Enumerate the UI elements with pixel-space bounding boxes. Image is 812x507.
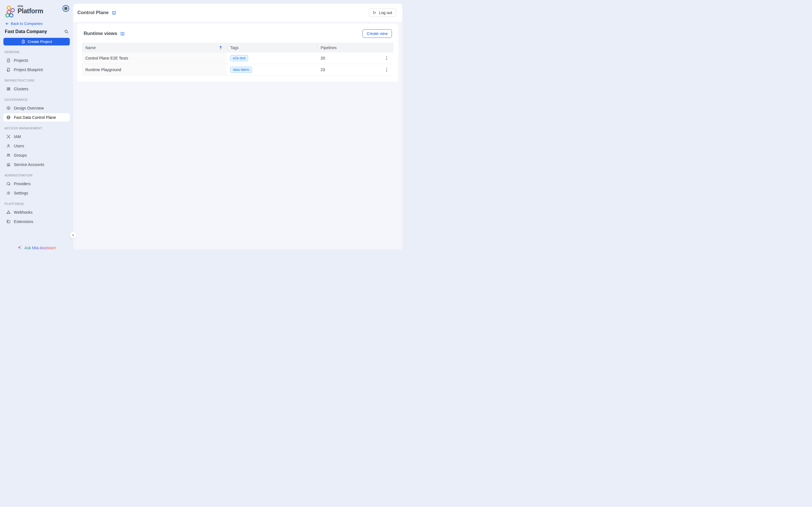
sidebar-item-label: Design Overview bbox=[14, 106, 44, 110]
docs-book-icon[interactable] bbox=[112, 10, 116, 15]
logout-label: Log out bbox=[379, 10, 392, 15]
sidebar-item-label: Groups bbox=[14, 153, 27, 158]
sparkles-icon bbox=[17, 245, 22, 250]
table-header-row: Name Tags Pipelines bbox=[82, 43, 394, 53]
sidebar-item-iam[interactable]: IAM bbox=[3, 132, 70, 141]
create-project-button[interactable]: Create Project bbox=[3, 38, 70, 46]
sidebar-collapse-button[interactable] bbox=[70, 232, 77, 238]
column-header-name[interactable]: Name bbox=[82, 43, 227, 53]
brand-platform-text: Platform bbox=[17, 8, 43, 14]
tag-badge: e2e-test bbox=[230, 55, 248, 61]
sidebar-item-label: Users bbox=[14, 144, 24, 148]
ask-mia-assistant-label: Ask Mia-Assistant bbox=[24, 245, 56, 250]
nav-section-governance: GOVERNANCE bbox=[4, 98, 70, 101]
sidebar-item-webhooks[interactable]: Webhooks bbox=[3, 208, 70, 217]
tag-badge: data-fabric bbox=[230, 67, 252, 73]
view-name-cell: Runtime Playground bbox=[82, 64, 227, 75]
sidebar-item-service-accounts[interactable]: Service Accounts bbox=[3, 160, 70, 169]
row-actions-kebab-icon[interactable] bbox=[385, 67, 388, 73]
sidebar-item-label: Fast Data Control Plane bbox=[14, 115, 56, 120]
sidebar-item-users[interactable]: Users bbox=[3, 142, 70, 150]
actions-cell bbox=[379, 64, 394, 75]
sidebar-item-design-overview[interactable]: Design Overview bbox=[3, 104, 70, 112]
file-gear-icon bbox=[6, 67, 11, 72]
company-header: Fast Data Company bbox=[5, 29, 70, 34]
sidebar-item-projects[interactable]: Projects bbox=[3, 56, 70, 65]
extensions-icon bbox=[6, 219, 11, 224]
back-to-companies-link[interactable]: Back to Companies bbox=[5, 21, 43, 26]
page-header: Control Plane Log out bbox=[73, 4, 402, 22]
column-header-actions bbox=[379, 43, 394, 53]
back-to-companies-label: Back to Companies bbox=[11, 21, 43, 26]
tags-cell: data-fabric bbox=[227, 64, 317, 75]
brand-logo: mia Platform bbox=[3, 4, 70, 17]
pipelines-cell: 20 bbox=[317, 53, 380, 64]
nav-section-infrastructure: INFRASTRUCTURE bbox=[4, 79, 70, 82]
table-row: Runtime Playground data-fabric 23 bbox=[82, 64, 394, 76]
column-header-tags: Tags bbox=[227, 43, 317, 53]
search-icon[interactable] bbox=[64, 30, 70, 34]
sidebar-item-fast-data-control-plane[interactable]: Fast Data Control Plane bbox=[3, 113, 70, 122]
sidebar-item-label: Providers bbox=[14, 181, 31, 186]
sidebar-item-label: Service Accounts bbox=[14, 162, 44, 167]
sidebar-item-groups[interactable]: Groups bbox=[3, 151, 70, 160]
row-actions-kebab-icon[interactable] bbox=[385, 55, 388, 61]
app-window: mia Platform bbox=[0, 0, 406, 253]
tags-cell: e2e-test bbox=[227, 53, 317, 64]
sidebar-item-label: Clusters bbox=[14, 87, 28, 91]
sidebar-item-label: Projects bbox=[14, 58, 28, 63]
mia-platform-logo-icon bbox=[5, 5, 15, 18]
sidebar-item-label: Settings bbox=[14, 191, 28, 195]
nav-section-access-management: ACCESS MANAGEMENT bbox=[4, 126, 70, 130]
gear-icon bbox=[6, 191, 11, 195]
webhook-icon bbox=[6, 210, 11, 215]
sidebar-nav: GENERAL Projects bbox=[3, 50, 70, 226]
actions-cell bbox=[379, 53, 394, 64]
sidebar-item-label: Project Blueprint bbox=[14, 67, 43, 72]
create-view-button[interactable]: Create view bbox=[362, 30, 392, 38]
sidebar: mia Platform bbox=[0, 0, 73, 253]
nav-section-administration: ADMINISTRATION bbox=[4, 174, 70, 177]
view-name-cell: Control Plane E2E Tests bbox=[82, 53, 227, 64]
sidebar-item-settings[interactable]: Settings bbox=[3, 189, 70, 197]
column-header-pipelines: Pipelines bbox=[317, 43, 380, 53]
sidebar-item-project-blueprint[interactable]: Project Blueprint bbox=[3, 65, 70, 74]
globe-icon bbox=[6, 115, 11, 120]
pipelines-cell: 23 bbox=[317, 64, 380, 75]
cloud-gear-icon bbox=[6, 181, 11, 186]
logout-button[interactable]: Log out bbox=[369, 8, 396, 17]
file-code-icon bbox=[6, 58, 11, 63]
ask-mia-assistant-link[interactable]: Ask Mia-Assistant bbox=[0, 245, 73, 250]
brand-wordmark: mia Platform bbox=[17, 4, 43, 14]
arrow-left-icon bbox=[5, 22, 9, 26]
runtime-views-table: Name Tags Pipelines Contr bbox=[82, 43, 394, 76]
clusters-icon bbox=[6, 87, 11, 91]
sidebar-item-label: IAM bbox=[14, 134, 21, 139]
company-avatar[interactable] bbox=[62, 5, 69, 12]
sidebar-item-extensions[interactable]: Extensions bbox=[3, 217, 70, 226]
iam-icon bbox=[6, 134, 11, 139]
docs-book-icon[interactable] bbox=[120, 31, 125, 36]
logout-icon bbox=[373, 11, 376, 15]
design-overview-icon bbox=[6, 106, 11, 110]
file-plus-icon bbox=[21, 40, 26, 44]
sort-descending-icon bbox=[219, 48, 222, 50]
sidebar-item-providers[interactable]: Providers bbox=[3, 179, 70, 188]
sidebar-item-label: Extensions bbox=[14, 219, 33, 224]
company-name: Fast Data Company bbox=[5, 29, 47, 34]
sort-ascending-icon bbox=[219, 46, 222, 47]
page-title: Control Plane bbox=[78, 10, 109, 15]
nav-section-platforge: PLATFORGE bbox=[4, 202, 70, 206]
table-row: Control Plane E2E Tests e2e-test 20 bbox=[82, 53, 394, 64]
card-title: Runtime views bbox=[84, 31, 117, 37]
sidebar-item-label: Webhooks bbox=[14, 210, 33, 215]
nav-section-general: GENERAL bbox=[4, 50, 70, 54]
main-panel: Control Plane Log out Runtime vi bbox=[73, 4, 402, 249]
create-project-label: Create Project bbox=[28, 40, 52, 44]
card-header: Runtime views Create view bbox=[82, 30, 394, 38]
groups-icon bbox=[6, 153, 11, 158]
runtime-views-card: Runtime views Create view Name bbox=[77, 24, 398, 82]
sidebar-item-clusters[interactable]: Clusters bbox=[3, 85, 70, 93]
sort-carets-icon bbox=[219, 46, 223, 50]
service-account-icon bbox=[6, 162, 11, 167]
